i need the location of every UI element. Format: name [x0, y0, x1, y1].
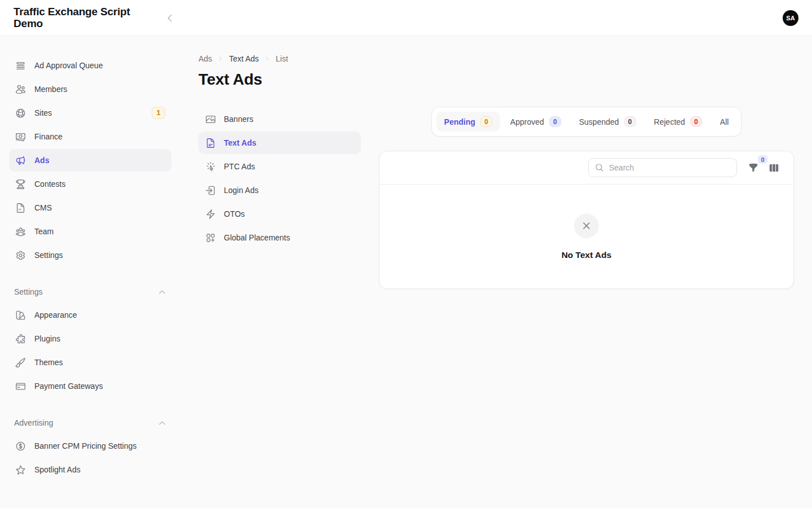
tab-rejected[interactable]: Rejected 0 [646, 112, 710, 132]
tab-count-badge: 0 [480, 116, 492, 127]
chevron-up-icon [158, 419, 166, 427]
sidebar-item-banner-cpm-pricing-settings[interactable]: Banner CPM Pricing Settings [9, 435, 171, 457]
swatch-icon [15, 310, 26, 321]
globe-icon [15, 108, 26, 119]
chevron-left-icon [165, 13, 175, 23]
tab-label: Rejected [654, 117, 685, 126]
sidebar-item-themes[interactable]: Themes [9, 351, 171, 374]
tabs-row: Pending 0 Approved 0 Suspended 0 Rejec [379, 107, 794, 137]
tab-pending[interactable]: Pending 0 [436, 112, 500, 132]
sidebar-item-settings[interactable]: Settings [9, 244, 171, 266]
sidebar-item-label: Themes [34, 358, 63, 367]
submenu-item-label: Global Placements [224, 233, 290, 242]
filter-count-badge: 0 [758, 155, 767, 164]
ads-submenu: Banners Text Ads PTC Ads Login Ads OTOs [198, 107, 361, 250]
tab-suspended[interactable]: Suspended 0 [571, 112, 644, 132]
submenu-item-otos[interactable]: OTOs [198, 203, 361, 225]
sidebar-item-spotlight-ads[interactable]: Spotlight Ads [9, 458, 171, 481]
banknotes-icon [15, 132, 26, 142]
filter-button[interactable]: 0 [748, 163, 758, 173]
page-title: Text Ads [198, 71, 794, 89]
star-icon [15, 465, 26, 475]
tab-label: All [720, 117, 729, 126]
breadcrumb: Ads Text Ads List [198, 54, 794, 63]
chevron-right-icon [218, 56, 223, 62]
chevron-right-icon [264, 56, 270, 62]
empty-state: No Text Ads [379, 185, 793, 288]
tab-count-badge: 0 [549, 116, 561, 127]
main-content: Ads Text Ads List Text Ads Banners Text … [180, 36, 812, 508]
view-columns-icon [769, 163, 779, 173]
app-title: Traffic Exchange Script Demo [14, 6, 144, 29]
sidebar-item-appearance[interactable]: Appearance [9, 304, 171, 326]
submenu-item-ptc-ads[interactable]: PTC Ads [198, 155, 361, 178]
sidebar-item-label: Sites [34, 108, 52, 117]
squares-plus-icon [205, 233, 216, 243]
sidebar-section-advertising[interactable]: Advertising [9, 414, 171, 431]
empty-state-message: No Text Ads [562, 250, 612, 260]
status-tabs: Pending 0 Approved 0 Suspended 0 Rejec [431, 107, 742, 137]
sidebar-item-label: Members [34, 85, 67, 94]
user-group-icon [15, 226, 26, 237]
text-ads-table-panel: 0 No Text Ads [379, 151, 794, 289]
sidebar-item-finance[interactable]: Finance [9, 125, 171, 148]
tab-label: Pending [444, 117, 475, 126]
submenu-item-text-ads[interactable]: Text Ads [198, 132, 361, 154]
photo-icon [205, 114, 216, 125]
submenu-item-login-ads[interactable]: Login Ads [198, 179, 361, 202]
submenu-item-global-placements[interactable]: Global Placements [198, 226, 361, 249]
sidebar-item-label: Contests [34, 179, 65, 189]
sidebar-item-label: Payment Gateways [34, 382, 103, 391]
queue-list-icon [15, 60, 26, 71]
sidebar-item-label: Finance [34, 132, 63, 141]
table-toolbar: 0 [379, 151, 793, 185]
tab-label: Approved [510, 117, 544, 126]
submenu-item-label: Banners [224, 115, 253, 124]
search-box [588, 158, 737, 177]
submenu-item-label: Login Ads [224, 186, 259, 195]
tab-approved[interactable]: Approved 0 [502, 112, 569, 132]
sidebar-item-cms[interactable]: CMS [9, 196, 171, 219]
trophy-icon [15, 179, 26, 190]
sidebar-item-label: Team [34, 227, 54, 236]
submenu-item-banners[interactable]: Banners [198, 108, 361, 130]
users-icon [15, 84, 26, 95]
sidebar-item-label: CMS [34, 203, 52, 212]
sidebar-section-label: Settings [14, 287, 43, 296]
sidebar-item-label: Settings [34, 251, 63, 260]
search-input[interactable] [609, 163, 730, 172]
document-text-icon [205, 138, 216, 148]
sidebar-item-team[interactable]: Team [9, 220, 171, 243]
credit-card-icon [15, 381, 26, 392]
tab-count-badge: 0 [624, 116, 636, 127]
funnel-icon [748, 163, 758, 173]
sidebar: Ad Approval Queue Members Sites 1 Financ… [0, 36, 180, 508]
gear-icon [15, 250, 26, 261]
columns-toggle-button[interactable] [769, 163, 779, 173]
sidebar-item-sites[interactable]: Sites 1 [9, 102, 171, 124]
sidebar-item-ads[interactable]: Ads [9, 149, 171, 172]
sidebar-item-contests[interactable]: Contests [9, 173, 171, 195]
sidebar-item-label: Spotlight Ads [34, 465, 81, 474]
right-column: Pending 0 Approved 0 Suspended 0 Rejec [379, 107, 794, 289]
sidebar-item-label: Banner CPM Pricing Settings [34, 441, 136, 450]
sidebar-collapse-button[interactable] [162, 11, 177, 25]
breadcrumb-item-text-ads[interactable]: Text Ads [229, 54, 259, 63]
sidebar-item-ad-approval-queue[interactable]: Ad Approval Queue [9, 54, 171, 77]
sidebar-item-members[interactable]: Members [9, 78, 171, 100]
sidebar-item-label: Ad Approval Queue [34, 61, 103, 70]
tab-all[interactable]: All [712, 112, 737, 132]
sidebar-item-label: Appearance [34, 310, 77, 319]
sidebar-section-label: Advertising [14, 418, 53, 427]
avatar[interactable]: SA [783, 10, 798, 26]
sidebar-section-settings[interactable]: Settings [9, 283, 171, 300]
document-icon [15, 203, 26, 213]
breadcrumb-item-ads[interactable]: Ads [198, 54, 212, 63]
sites-count-badge: 1 [152, 107, 165, 119]
sidebar-item-payment-gateways[interactable]: Payment Gateways [9, 375, 171, 397]
content-row: Banners Text Ads PTC Ads Login Ads OTOs [198, 107, 794, 289]
submenu-item-label: OTOs [224, 209, 245, 218]
puzzle-piece-icon [15, 334, 26, 344]
search-icon [595, 163, 604, 172]
sidebar-item-plugins[interactable]: Plugins [9, 327, 171, 350]
